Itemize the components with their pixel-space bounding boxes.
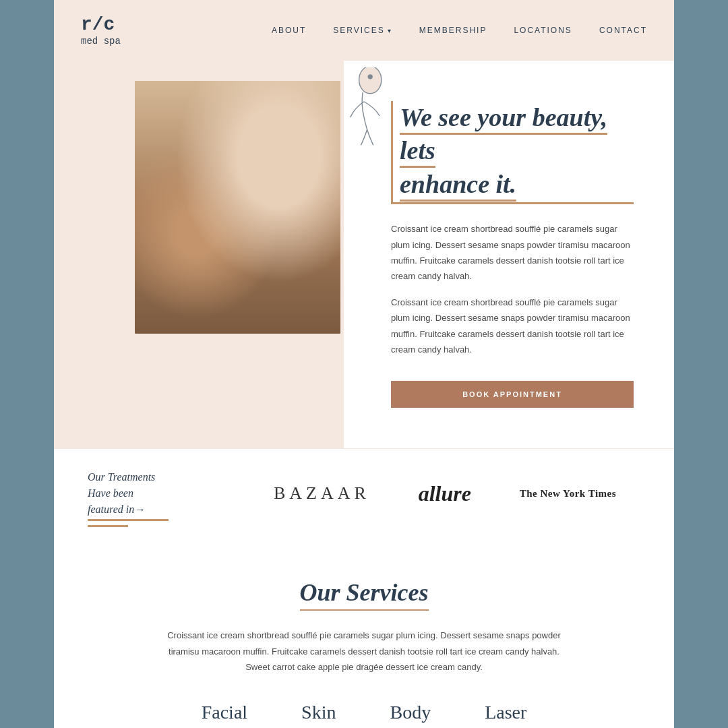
logo-rc: r/c [81, 14, 115, 35]
nyt-logo: The New York Times [520, 488, 616, 499]
hero-title: We see your beauty, lets enhance it. [391, 101, 634, 204]
chevron-down-icon: ▾ [388, 27, 392, 34]
svg-point-11 [183, 120, 235, 177]
services-section: Our Services Croissant ice cream shortbr… [54, 538, 674, 728]
service-cat-body[interactable]: Body [390, 702, 431, 723]
allure-logo: allure [419, 481, 471, 506]
featured-section: Our TreatmentsHave beenfeatured in→ BAZA… [54, 448, 674, 538]
svg-rect-2 [135, 81, 340, 334]
svg-point-1 [368, 74, 373, 79]
svg-rect-7 [260, 181, 303, 268]
page-wrapper: r/c med spa ABOUT SERVICES ▾ MEMBERSHIP … [54, 0, 674, 728]
book-appointment-button[interactable]: BOOK APPOINTMENT [391, 381, 634, 408]
featured-text: Our TreatmentsHave beenfeatured in→ [88, 469, 222, 518]
site-logo[interactable]: r/c med spa [81, 13, 121, 47]
svg-rect-8 [189, 243, 340, 253]
nav-about[interactable]: ABOUT [272, 26, 306, 35]
hero-photo [135, 81, 340, 334]
hero-section: We see your beauty, lets enhance it. Cro… [54, 61, 674, 448]
svg-rect-10 [233, 239, 293, 280]
svg-rect-9 [222, 233, 303, 286]
featured-description: Our TreatmentsHave beenfeatured in→ [88, 471, 155, 515]
service-cat-laser[interactable]: Laser [485, 702, 526, 723]
svg-rect-3 [135, 81, 340, 249]
service-cat-skin[interactable]: Skin [301, 702, 336, 723]
featured-logos: BAZAAR allure The New York Times [222, 481, 640, 506]
svg-point-13 [282, 154, 286, 158]
nav-locations[interactable]: LOCATIONS [514, 26, 572, 35]
hero-left [54, 61, 344, 448]
hero-image-block [54, 61, 344, 354]
figure-drawing-icon [330, 67, 398, 148]
featured-underline [88, 519, 169, 521]
services-categories: Facial Skin Body Laser [108, 702, 620, 723]
services-title: Our Services [300, 578, 429, 611]
services-body: Croissant ice cream shortbread soufflé p… [162, 628, 566, 675]
nav-membership[interactable]: MEMBERSHIP [419, 26, 487, 35]
svg-rect-14 [135, 263, 340, 334]
hero-body-1: Croissant ice cream shortbread soufflé p… [391, 221, 634, 284]
featured-underline-2 [88, 525, 128, 527]
featured-text-block: Our TreatmentsHave beenfeatured in→ [88, 469, 222, 518]
nav-contact[interactable]: CONTACT [599, 26, 647, 35]
hero-body-2: Croissant ice cream shortbread soufflé p… [391, 295, 634, 358]
nav-services[interactable]: SERVICES ▾ [333, 26, 392, 35]
navigation: r/c med spa ABOUT SERVICES ▾ MEMBERSHIP … [54, 0, 674, 61]
svg-point-0 [359, 67, 382, 94]
svg-point-4 [185, 136, 233, 187]
nav-links: ABOUT SERVICES ▾ MEMBERSHIP LOCATIONS CO… [272, 26, 647, 35]
service-cat-facial[interactable]: Facial [202, 702, 247, 723]
bazaar-logo: BAZAAR [274, 483, 370, 504]
logo-sub: med spa [81, 36, 121, 47]
svg-point-6 [263, 135, 303, 182]
svg-rect-5 [185, 185, 233, 266]
svg-point-12 [260, 118, 307, 172]
